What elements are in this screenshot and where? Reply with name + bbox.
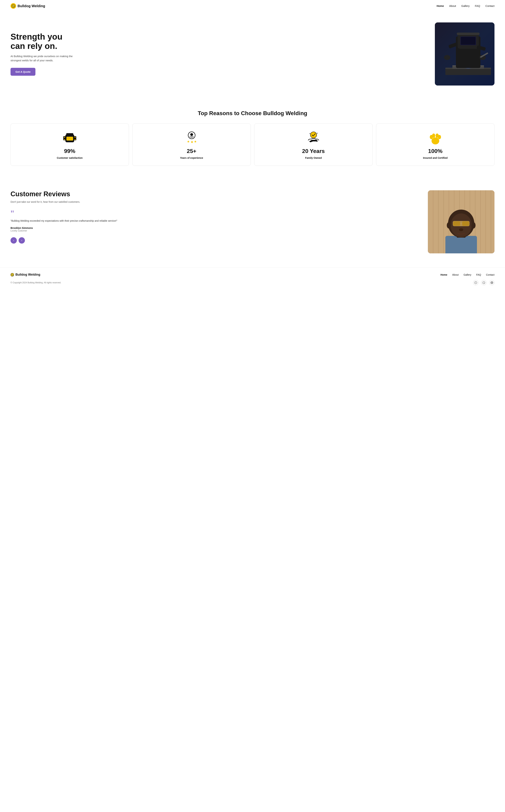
nav-item-gallery[interactable]: Gallery xyxy=(461,4,470,8)
svg-rect-69 xyxy=(453,221,460,226)
review-nav-arrows: ‹ › xyxy=(11,237,417,244)
nav-link-about[interactable]: About xyxy=(449,4,456,7)
reviewer-role: Lovely customer xyxy=(11,229,417,232)
welding-mask-icon xyxy=(62,130,78,146)
footer-nav-about[interactable]: About xyxy=(452,273,459,276)
customer-scene xyxy=(428,190,494,253)
reviews-heading: Customer Reviews xyxy=(11,190,417,198)
footer-logo: 🐾 Bulldog Welding xyxy=(11,273,40,277)
svg-point-46 xyxy=(432,138,439,145)
facebook-icon: f xyxy=(474,281,477,284)
nav-item-about[interactable]: About xyxy=(449,4,456,8)
svg-point-37 xyxy=(74,139,75,140)
instagram-icon xyxy=(490,281,493,284)
bulldog-icon: 🐾 xyxy=(12,4,15,8)
svg-point-36 xyxy=(74,137,75,138)
footer-nav-home[interactable]: Home xyxy=(441,273,447,276)
svg-text:✦: ✦ xyxy=(317,132,318,134)
paw-icon xyxy=(428,130,443,146)
get-quote-button[interactable]: Get A Quote xyxy=(11,68,35,76)
instagram-link[interactable] xyxy=(489,280,494,285)
footer-link-contact[interactable]: Contact xyxy=(486,273,494,276)
navbar: 🐾 Bulldog Welding Home About Gallery FAQ… xyxy=(0,0,505,12)
nav-item-contact[interactable]: Contact xyxy=(485,4,494,8)
social-links: f 𝕏 xyxy=(473,280,494,285)
svg-rect-33 xyxy=(66,133,73,135)
card-stat-satisfaction: 99% xyxy=(64,148,75,155)
svg-point-50 xyxy=(438,135,441,139)
card-stat-experience: 25+ xyxy=(187,148,196,155)
card-label-satisfaction: Customer satisfaction xyxy=(57,157,82,159)
welder-scene xyxy=(435,22,494,85)
card-family: ✦ ✦ 20 Years Family Owned xyxy=(254,123,373,166)
card-label-experience: Years of experience xyxy=(180,157,203,159)
svg-point-72 xyxy=(447,222,451,229)
svg-rect-70 xyxy=(462,221,469,226)
svg-rect-20 xyxy=(461,37,476,45)
handshake-svg: ✦ ✦ xyxy=(306,130,321,146)
footer-link-faq[interactable]: FAQ xyxy=(476,273,481,276)
svg-rect-64 xyxy=(446,236,477,253)
svg-point-74 xyxy=(459,228,463,231)
reviewer-name: Brooklyn Simmons xyxy=(11,227,417,229)
svg-text:✦: ✦ xyxy=(309,132,311,134)
svg-text:★: ★ xyxy=(194,140,197,143)
footer-top: 🐾 Bulldog Welding Home About Gallery FAQ… xyxy=(11,273,494,277)
card-experience: ★ ★ ★ 25+ Years of experience xyxy=(132,123,251,166)
nav-item-home[interactable]: Home xyxy=(437,4,444,8)
footer-link-home[interactable]: Home xyxy=(441,273,447,276)
footer-link-about[interactable]: About xyxy=(452,273,459,276)
footer-brand-name: Bulldog Welding xyxy=(15,273,40,277)
nav-link-home[interactable]: Home xyxy=(437,4,444,7)
footer-nav-contact[interactable]: Contact xyxy=(486,273,494,276)
svg-text:★: ★ xyxy=(190,140,194,144)
footer-nav-faq[interactable]: FAQ xyxy=(476,273,481,276)
facebook-link[interactable]: f xyxy=(473,280,478,285)
review-quote: "Bulldog Welding exceeded my expectation… xyxy=(11,219,417,223)
nav-link-contact[interactable]: Contact xyxy=(485,4,494,7)
svg-point-73 xyxy=(471,222,476,229)
card-stat-family: 20 Years xyxy=(302,148,325,155)
brand-name: Bulldog Welding xyxy=(17,4,45,8)
card-certified: 100% Insured and Certified xyxy=(376,123,494,166)
brand-logo[interactable]: 🐾 Bulldog Welding xyxy=(11,3,45,9)
footer: 🐾 Bulldog Welding Home About Gallery FAQ… xyxy=(0,267,505,291)
next-review-button[interactable]: › xyxy=(19,237,25,244)
svg-text:🐾: 🐾 xyxy=(11,274,13,276)
reasons-cards: 99% Customer satisfaction ★ ★ ★ 2 xyxy=(11,123,494,166)
nav-link-gallery[interactable]: Gallery xyxy=(461,4,470,7)
quote-mark: " xyxy=(11,211,417,216)
svg-point-84 xyxy=(492,282,493,282)
reviews-subtitle: Don't just take our word for it, hear fr… xyxy=(11,200,417,204)
customer-photo xyxy=(428,190,494,253)
svg-point-34 xyxy=(64,137,65,138)
welder-image xyxy=(435,22,494,85)
logo-icon: 🐾 xyxy=(11,3,16,9)
nav-links: Home About Gallery FAQ Contact xyxy=(437,4,494,8)
reasons-section: Top Reasons to Choose Bulldog Welding xyxy=(0,99,505,176)
x-twitter-link[interactable]: 𝕏 xyxy=(481,280,486,285)
footer-link-gallery[interactable]: Gallery xyxy=(464,273,471,276)
svg-text:f: f xyxy=(476,282,476,284)
svg-point-81 xyxy=(491,281,493,284)
svg-text:🐾: 🐾 xyxy=(12,5,15,7)
person-stars-icon: ★ ★ ★ xyxy=(184,130,199,146)
svg-point-39 xyxy=(190,133,193,136)
footer-nav-gallery[interactable]: Gallery xyxy=(464,273,471,276)
nav-item-faq[interactable]: FAQ xyxy=(475,4,480,8)
hero-image xyxy=(435,22,494,85)
reviews-left: Customer Reviews Don't just take our wor… xyxy=(11,190,417,244)
paw-svg xyxy=(428,130,443,146)
hero-description: At Bulldog Welding we pride ourselves on… xyxy=(11,54,77,62)
reviews-section: Customer Reviews Don't just take our wor… xyxy=(0,176,505,267)
welding-helmet-svg xyxy=(62,130,78,146)
svg-point-48 xyxy=(432,133,435,138)
handshake-checkmark-icon: ✦ ✦ xyxy=(306,130,321,146)
x-twitter-icon: 𝕏 xyxy=(482,281,485,284)
hero-text: Strength you can rely on. At Bulldog Wel… xyxy=(11,32,77,76)
copyright-text: © Copyright 2024 Bulldog Welding. All ri… xyxy=(11,281,61,284)
nav-link-faq[interactable]: FAQ xyxy=(475,4,480,7)
reasons-heading: Top Reasons to Choose Bulldog Welding xyxy=(11,110,494,116)
prev-review-button[interactable]: ‹ xyxy=(11,237,17,244)
hero-heading: Strength you can rely on. xyxy=(11,32,77,51)
